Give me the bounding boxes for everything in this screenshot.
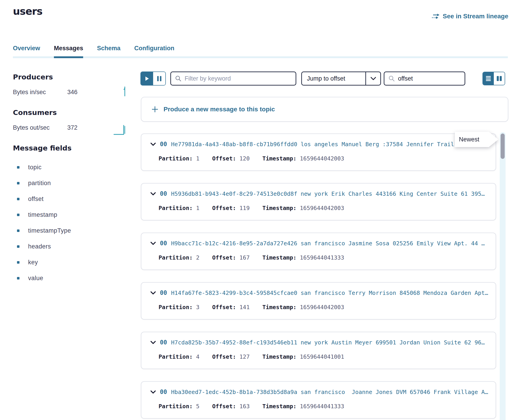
offset-field: Offset: 167	[212, 254, 250, 261]
message-summary: H5936db81-b943-4e0f-8c29-74513e0c0d8f ne…	[171, 191, 485, 197]
binary-key-icon: 00	[160, 389, 167, 395]
message-field-label: topic	[28, 164, 42, 171]
keyword-filter-input[interactable]	[185, 75, 292, 82]
square-bullet-icon	[17, 198, 19, 200]
message-card[interactable]: 00 H14fa67fe-5823-4299-b3c4-595845cfcae0…	[141, 282, 496, 320]
message-list: 00 He77981da-4a43-48ab-b8f8-cb71b96ffdd0…	[141, 134, 496, 419]
timestamp-value: 1659644042003	[300, 205, 344, 211]
timestamp-label: Timestamp:	[262, 353, 297, 360]
bytes-out-metric: Bytes out/sec 372	[13, 124, 131, 131]
pause-button[interactable]	[153, 72, 165, 85]
bytes-out-label: Bytes out/sec	[13, 124, 67, 131]
message-summary-row[interactable]: 00 He77981da-4a43-48ab-b8f8-cb71b96ffdd0…	[150, 141, 491, 148]
message-card[interactable]: 00 Hba30eed7-1edc-452b-8b1a-738d3b5d8a9a…	[141, 381, 496, 419]
partition-field: Partition: 1	[159, 205, 200, 211]
message-field-label: headers	[28, 243, 51, 250]
produce-message-button[interactable]: Produce a new message to this topic	[141, 97, 508, 122]
message-summary: He77981da-4a43-48ab-b8f8-cb71b96ffdd0 lo…	[171, 141, 461, 148]
message-card[interactable]: 00 H5936db81-b943-4e0f-8c29-74513e0c0d8f…	[141, 183, 496, 220]
message-summary-row[interactable]: 00 H14fa67fe-5823-4299-b3c4-595845cfcae0…	[150, 289, 491, 296]
page-title: users	[13, 5, 42, 17]
chevron-down-icon[interactable]	[150, 242, 156, 245]
offset-label: Offset:	[212, 155, 236, 162]
timestamp-label: Timestamp:	[262, 304, 297, 310]
chevron-down-icon[interactable]	[150, 341, 156, 344]
message-meta: Partition: 1 Offset: 120 Timestamp: 1659…	[159, 155, 344, 162]
timestamp-value: 1659644042003	[300, 304, 344, 310]
timestamp-field: Timestamp: 1659644042003	[262, 155, 344, 162]
partition-label: Partition:	[159, 205, 193, 211]
square-bullet-icon	[17, 166, 19, 169]
offset-search-input[interactable]	[398, 75, 461, 82]
message-field-label: key	[28, 259, 38, 266]
partition-label: Partition:	[159, 353, 193, 360]
bytes-in-metric: Bytes in/sec 346	[13, 89, 131, 96]
card-view-button[interactable]	[494, 72, 505, 85]
offset-field: Offset: 141	[212, 304, 250, 310]
chevron-down-icon[interactable]	[150, 390, 156, 394]
scrollbar-thumb[interactable]	[501, 134, 505, 159]
newest-tooltip-label: Newest	[455, 132, 498, 147]
plus-icon	[151, 106, 159, 113]
square-bullet-icon	[17, 277, 19, 279]
timestamp-field: Timestamp: 1659644042003	[262, 205, 344, 211]
message-card[interactable]: 00 H7cda825b-35b7-4952-88ef-c193d546eb11…	[141, 332, 496, 369]
timestamp-field: Timestamp: 1659644042003	[262, 304, 344, 310]
message-summary-row[interactable]: 00 H7cda825b-35b7-4952-88ef-c193d546eb11…	[150, 339, 491, 346]
timestamp-value: 1659644041001	[300, 353, 344, 360]
message-meta: Partition: 4 Offset: 127 Timestamp: 1659…	[159, 353, 344, 360]
message-summary: H9bacc71c-b12c-4216-8e95-2a7da727e426 sa…	[171, 240, 485, 247]
message-summary-row[interactable]: 00 Hba30eed7-1edc-452b-8b1a-738d3b5d8a9a…	[150, 389, 491, 395]
sidebar: Producers Bytes in/sec 346 Consumers Byt…	[13, 73, 131, 290]
partition-field: Partition: 3	[159, 304, 200, 310]
stream-lineage-link[interactable]: See in Stream lineage	[431, 13, 508, 20]
timestamp-value: 1659644042003	[300, 155, 344, 162]
tab-configuration[interactable]: Configuration	[134, 45, 174, 56]
binary-key-icon: 00	[160, 190, 167, 197]
tab-schema[interactable]: Schema	[97, 45, 121, 56]
offset-label: Offset:	[212, 403, 236, 410]
offset-value: 127	[239, 353, 250, 360]
view-mode-toggle	[483, 72, 505, 85]
binary-key-icon: 00	[160, 240, 167, 247]
partition-field: Partition: 1	[159, 155, 200, 162]
message-card[interactable]: 00 H9bacc71c-b12c-4216-8e95-2a7da727e426…	[141, 233, 496, 270]
partition-value: 5	[196, 403, 200, 410]
timestamp-label: Timestamp:	[262, 403, 297, 410]
chevron-down-icon[interactable]	[150, 192, 156, 195]
play-pause-toggle	[140, 72, 166, 86]
square-bullet-icon	[17, 182, 19, 184]
message-field-item: partition	[13, 179, 131, 187]
message-field-label: partition	[28, 180, 51, 187]
message-field-item: offset	[13, 195, 131, 203]
chevron-down-icon[interactable]	[366, 77, 380, 80]
timestamp-value: 1659644041333	[300, 254, 344, 261]
pause-icon	[157, 76, 162, 81]
message-card[interactable]: 00 He77981da-4a43-48ab-b8f8-cb71b96ffdd0…	[141, 134, 496, 171]
offset-field: Offset: 127	[212, 353, 250, 360]
newest-tooltip: Newest	[455, 132, 498, 147]
bytes-out-sparkline	[113, 124, 127, 136]
partition-field: Partition: 2	[159, 254, 200, 261]
jump-to-offset-select[interactable]: Jump to offset	[301, 72, 381, 86]
tab-bar: Overview Messages Schema Configuration	[13, 45, 508, 58]
partition-label: Partition:	[159, 403, 193, 410]
chevron-down-icon[interactable]	[150, 291, 156, 295]
scrollbar-track[interactable]	[500, 132, 506, 420]
partition-label: Partition:	[159, 155, 193, 162]
message-fields-list: topic partition offset timestamp timesta…	[13, 163, 131, 282]
tab-messages[interactable]: Messages	[54, 45, 83, 56]
offset-search-box	[384, 72, 465, 86]
message-field-item: timestampType	[13, 227, 131, 234]
bytes-in-label: Bytes in/sec	[13, 89, 67, 96]
message-summary-row[interactable]: 00 H5936db81-b943-4e0f-8c29-74513e0c0d8f…	[150, 190, 491, 197]
message-summary: H7cda825b-35b7-4952-88ef-c193d546eb11 ne…	[171, 339, 485, 346]
square-bullet-icon	[17, 229, 19, 232]
offset-field: Offset: 120	[212, 155, 250, 162]
chevron-down-icon[interactable]	[150, 142, 156, 146]
message-summary-row[interactable]: 00 H9bacc71c-b12c-4216-8e95-2a7da727e426…	[150, 240, 491, 247]
tab-overview[interactable]: Overview	[13, 45, 40, 56]
list-view-button[interactable]	[483, 72, 494, 85]
play-button[interactable]	[141, 72, 153, 85]
keyword-filter-box	[170, 72, 296, 86]
